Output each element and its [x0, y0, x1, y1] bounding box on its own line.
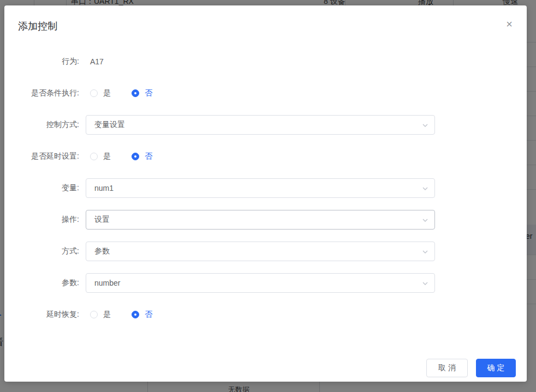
operation-select[interactable]: 设置	[86, 210, 435, 230]
behavior-label: 行为:	[18, 57, 86, 67]
chevron-down-icon	[421, 280, 429, 290]
form-row-behavior: 行为: A17	[18, 52, 527, 71]
delay-setting-radio-yes[interactable]: 是	[86, 152, 111, 161]
radio-label: 是	[103, 88, 111, 98]
add-control-dialog: 添加控制 × 行为: A17 是否条件执行: 是 否	[4, 5, 527, 382]
variable-select[interactable]: num1	[86, 178, 435, 198]
variable-value: num1	[86, 184, 114, 192]
delay-recover-radio-no[interactable]: 否	[127, 310, 152, 319]
form-row-operation: 操作: 设置	[18, 210, 527, 230]
radio-label: 否	[145, 88, 152, 98]
method-value: 参数	[86, 246, 110, 256]
delay-recover-radio-yes[interactable]: 是	[86, 310, 111, 319]
method-select[interactable]: 参数	[86, 242, 435, 261]
delay-recover-label: 延时恢复:	[18, 310, 86, 319]
confirm-button[interactable]: 确 定	[476, 359, 516, 377]
form-row-variable: 变量: num1	[18, 178, 527, 198]
radio-circle-icon	[90, 153, 98, 160]
parameter-value: number	[86, 279, 120, 287]
delay-setting-radio-no[interactable]: 否	[127, 152, 152, 161]
form-row-delay-setting: 是否延时设置: 是 否	[18, 147, 527, 166]
conditional-exec-label: 是否条件执行:	[18, 88, 86, 98]
chevron-down-icon	[421, 216, 429, 226]
form-row-delay-recover: 延时恢复: 是 否	[18, 305, 527, 324]
screen: 串口：UART1_RX 8 设备 播放 慢速 er 无数据	[0, 0, 536, 392]
delay-setting-label: 是否延时设置:	[18, 152, 86, 161]
control-mode-value: 变量设置	[86, 120, 125, 130]
form-row-conditional-exec: 是否条件执行: 是 否	[18, 83, 527, 103]
chevron-down-icon	[421, 185, 429, 195]
conditional-exec-radio-no[interactable]: 否	[127, 88, 152, 98]
dialog-footer: 取 消 确 定	[426, 359, 516, 377]
parameter-label: 参数:	[18, 278, 86, 288]
radio-circle-icon	[132, 89, 139, 97]
chevron-down-icon	[421, 122, 429, 131]
radio-circle-icon	[90, 89, 98, 97]
method-label: 方式:	[18, 246, 86, 256]
operation-value: 设置	[86, 215, 110, 225]
radio-circle-icon	[132, 153, 139, 160]
close-icon[interactable]: ×	[502, 16, 517, 32]
form-row-control-mode: 控制方式: 变量设置	[18, 115, 527, 135]
behavior-value: A17	[86, 57, 104, 66]
operation-label: 操作:	[18, 215, 86, 225]
radio-label: 否	[145, 310, 152, 319]
conditional-exec-radio-yes[interactable]: 是	[86, 88, 111, 98]
radio-label: 是	[103, 152, 111, 161]
chevron-down-icon	[421, 248, 429, 258]
control-mode-label: 控制方式:	[18, 120, 86, 130]
form-row-parameter: 参数: number	[18, 273, 527, 293]
radio-label: 否	[145, 152, 152, 161]
dialog-title: 添加控制	[18, 20, 57, 33]
variable-label: 变量:	[18, 183, 86, 193]
radio-circle-icon	[132, 311, 139, 318]
radio-label: 是	[103, 310, 111, 319]
form-row-method: 方式: 参数	[18, 242, 527, 261]
cancel-button[interactable]: 取 消	[426, 359, 468, 377]
radio-circle-icon	[90, 311, 98, 318]
parameter-select[interactable]: number	[86, 273, 435, 293]
control-mode-select[interactable]: 变量设置	[86, 115, 435, 135]
add-control-form: 行为: A17 是否条件执行: 是 否 控制方式: 变量设置	[4, 52, 527, 336]
